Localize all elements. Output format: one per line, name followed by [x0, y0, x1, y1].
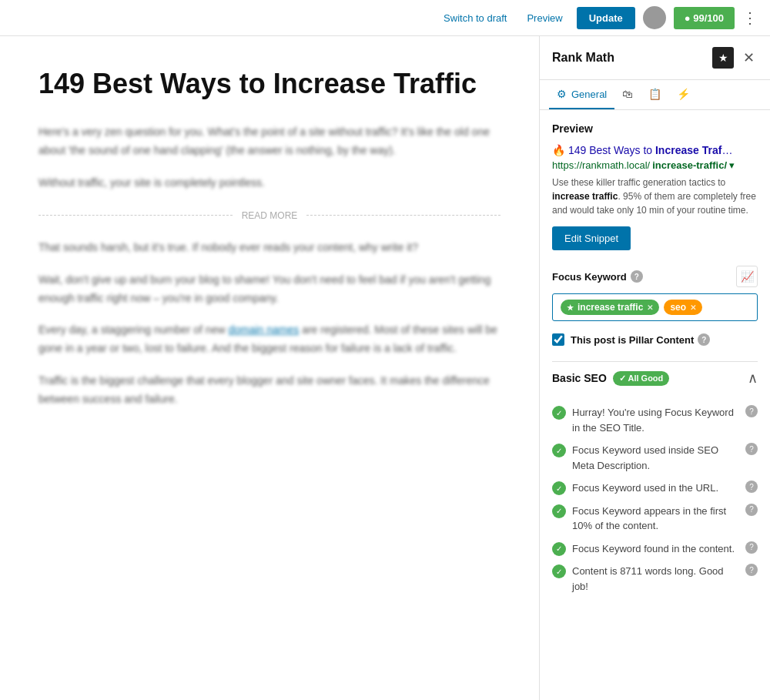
para-6: Traffic is the biggest challenge that ev…	[38, 372, 500, 409]
circle-button[interactable]	[643, 6, 666, 29]
preview-title-start: 149 Best Ways to	[568, 144, 655, 156]
focus-keyword-label: Focus Keyword ?	[552, 270, 643, 283]
more-options-button[interactable]: ⋮	[742, 8, 758, 27]
sidebar-content: Preview 🔥 149 Best Ways to Increase Traf…	[540, 110, 770, 700]
read-more-divider: READ MORE	[38, 208, 500, 223]
seo-check-2: ✓ Focus Keyword used inside SEO Meta Des…	[552, 443, 758, 473]
primary-keyword-text: increase traffic	[578, 302, 643, 313]
trending-icon: 📈	[741, 270, 754, 283]
keyword-tag-secondary: seo ✕	[664, 300, 702, 315]
remove-primary-keyword[interactable]: ✕	[647, 303, 653, 312]
seo-check-4: ✓ Focus Keyword appears in the first 10%…	[552, 504, 758, 534]
star-mini-icon: ★	[567, 303, 574, 312]
seo-score-button[interactable]: ● 99/100	[674, 7, 735, 29]
fire-emoji: 🔥	[552, 144, 565, 156]
para-5: Every day, a staggering number of new do…	[38, 321, 500, 358]
seo-check-text-5: Focus Keyword found in the content.	[572, 541, 739, 557]
keyword-tag-primary: ★ increase traffic ✕	[561, 300, 659, 315]
para-4: Wait, don't give up and burn your blog t…	[38, 271, 500, 308]
post-body: Here's a very zen question for you. What…	[38, 123, 500, 408]
check-help-5[interactable]: ?	[745, 541, 758, 554]
star-button[interactable]: ★	[712, 47, 734, 69]
post-title: 149 Best Ways to Increase Traffic	[38, 67, 500, 100]
preview-description: Use these killer traffic generation tact…	[552, 176, 758, 217]
advanced-icon: ⚡	[677, 88, 690, 100]
preview-title: 🔥 149 Best Ways to Increase Traf…	[552, 144, 758, 156]
seo-check-3: ✓ Focus Keyword used in the URL. ?	[552, 481, 758, 496]
seo-check-6: ✓ Content is 8711 words long. Good job! …	[552, 564, 758, 594]
seo-check-list: ✓ Hurray! You're using Focus Keyword in …	[552, 405, 758, 594]
preview-button[interactable]: Preview	[521, 9, 568, 27]
seo-check-text-1: Hurray! You're using Focus Keyword in th…	[572, 405, 739, 435]
basic-seo-title-wrap: Basic SEO ✓ All Good	[552, 371, 669, 386]
basic-seo-header: Basic SEO ✓ All Good ∧	[552, 361, 758, 394]
pillar-content-label: This post is Pillar Content ?	[571, 333, 710, 346]
preview-url-slug: increase-traffic/	[652, 159, 727, 171]
remove-secondary-keyword[interactable]: ✕	[690, 303, 696, 312]
tab-schema[interactable]: 📋	[641, 80, 669, 109]
tab-advanced[interactable]: ⚡	[669, 80, 698, 109]
close-button[interactable]: ✕	[740, 48, 758, 68]
check-help-6[interactable]: ?	[745, 564, 758, 576]
para-1: Here's a very zen question for you. What…	[38, 123, 500, 160]
rank-math-sidebar: Rank Math ★ ✕ ⚙ General 🛍 📋 ⚡	[539, 36, 770, 700]
preview-desc-bold: increase traffic	[552, 191, 618, 202]
content-area: 149 Best Ways to Increase Traffic Here's…	[0, 36, 539, 700]
para-3: That sounds harsh, but it's true. If nob…	[38, 239, 500, 257]
preview-url-base: https://rankmath.local/	[552, 159, 650, 171]
edit-snippet-button[interactable]: Edit Snippet	[552, 226, 631, 250]
pillar-content-row: This post is Pillar Content ?	[552, 333, 758, 346]
top-bar: Switch to draft Preview Update ● 99/100 …	[0, 0, 770, 36]
para-2: Without traffic, your site is completely…	[38, 174, 500, 193]
pillar-content-checkbox[interactable]	[552, 333, 564, 346]
basic-seo-title: Basic SEO	[552, 372, 607, 384]
seo-check-1: ✓ Hurray! You're using Focus Keyword in …	[552, 405, 758, 435]
focus-keyword-header: Focus Keyword ? 📈	[552, 266, 758, 287]
focus-keyword-help-icon[interactable]: ?	[631, 270, 643, 283]
preview-section-title: Preview	[552, 122, 758, 135]
seo-check-text-3: Focus Keyword used in the URL.	[572, 481, 739, 496]
pillar-help-icon[interactable]: ?	[698, 333, 710, 346]
briefcase-icon: 🛍	[622, 88, 633, 100]
seo-check-text-6: Content is 8711 words long. Good job!	[572, 564, 739, 594]
seo-check-5: ✓ Focus Keyword found in the content. ?	[552, 541, 758, 557]
trend-icon-button[interactable]: 📈	[736, 266, 758, 287]
check-icon-2: ✓	[552, 444, 566, 457]
seo-check-text-2: Focus Keyword used inside SEO Meta Descr…	[572, 443, 739, 473]
tab-general-label: General	[571, 89, 607, 100]
check-help-1[interactable]: ?	[745, 405, 758, 417]
preview-title-bold: Increase Traf	[655, 144, 721, 156]
check-icon-1: ✓	[552, 406, 566, 420]
switch-draft-button[interactable]: Switch to draft	[437, 9, 513, 27]
sidebar-tabs: ⚙ General 🛍 📋 ⚡	[540, 80, 770, 110]
sidebar-title: Rank Math	[552, 51, 614, 65]
basic-seo-collapse-button[interactable]: ∧	[748, 370, 758, 387]
pillar-label-text: This post is Pillar Content	[571, 334, 694, 346]
keyword-input-box[interactable]: ★ increase traffic ✕ seo ✕	[552, 293, 758, 321]
all-good-badge: ✓ All Good	[613, 371, 669, 386]
seo-check-text-4: Focus Keyword appears in the first 10% o…	[572, 504, 739, 534]
focus-keyword-section: Focus Keyword ? 📈 ★ increase traffic ✕ s…	[552, 266, 758, 321]
check-help-2[interactable]: ?	[745, 443, 758, 455]
schema-icon: 📋	[648, 88, 661, 100]
tab-general[interactable]: ⚙ General	[549, 80, 614, 109]
preview-box: Preview 🔥 149 Best Ways to Increase Traf…	[552, 122, 758, 250]
preview-url: https://rankmath.local/increase-traffic/…	[552, 159, 758, 171]
sidebar-header: Rank Math ★ ✕	[540, 36, 770, 80]
check-icon-6: ✓	[552, 564, 566, 578]
gear-icon: ⚙	[557, 88, 567, 100]
check-help-4[interactable]: ?	[745, 504, 758, 516]
dropdown-arrow-icon: ▾	[729, 159, 735, 171]
focus-keyword-text: Focus Keyword	[552, 271, 627, 283]
domain-names-link[interactable]: domain names	[228, 323, 299, 336]
main-layout: 149 Best Ways to Increase Traffic Here's…	[0, 36, 770, 700]
update-button[interactable]: Update	[577, 7, 635, 29]
check-icon-3: ✓	[552, 481, 566, 495]
sidebar-header-icons: ★ ✕	[712, 47, 758, 69]
preview-title-ellipsis: …	[721, 144, 732, 156]
check-help-3[interactable]: ?	[745, 481, 758, 493]
tab-social[interactable]: 🛍	[614, 80, 641, 109]
secondary-keyword-text: seo	[670, 302, 686, 313]
check-icon-4: ✓	[552, 504, 566, 518]
check-icon-5: ✓	[552, 542, 566, 556]
